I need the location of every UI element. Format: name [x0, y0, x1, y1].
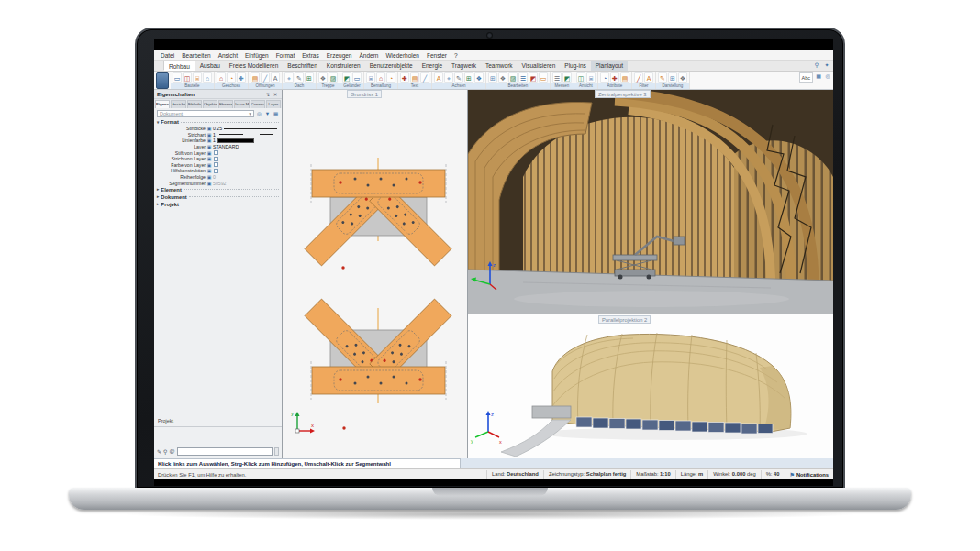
toolbar-icon[interactable]: ╱ — [261, 72, 270, 83]
toolbar-icon[interactable]: ❖ — [678, 72, 687, 83]
ribbon-tab-visualisieren[interactable]: Visualisieren — [518, 61, 561, 71]
close-panel-icon[interactable]: ✕ — [272, 91, 279, 98]
grid-view-icon[interactable]: ▦ — [273, 111, 279, 116]
status-field-zeichnungstyp[interactable]: Zeichnungstyp: Schalplan fertig — [543, 470, 630, 479]
panel-tab-issuema[interactable]: Issue Ma... — [234, 100, 249, 108]
panel-tab-objekte[interactable]: Objekte — [203, 100, 217, 108]
viewport-perspective-label[interactable]: Zentralperspektive 3 — [595, 90, 651, 98]
status-field-mastab[interactable]: Maßstab: 1:10 — [630, 470, 674, 479]
menu-item-datei[interactable]: Datei — [157, 52, 178, 59]
notifications-button[interactable]: ⚑ Notifications — [785, 471, 834, 478]
toolbar-icon[interactable]: ✎ — [454, 72, 463, 83]
section-dokument[interactable]: ▸Dokument — [154, 193, 282, 201]
toolbar-icon[interactable]: ◔ — [600, 72, 609, 83]
property-checkbox[interactable] — [214, 150, 218, 155]
toolbar-icon[interactable]: ▭ — [539, 72, 548, 83]
toolbar-icon[interactable]: ▭ — [173, 72, 182, 83]
toolbar-icon[interactable]: A — [271, 72, 280, 83]
stray-marker-2[interactable] — [342, 426, 345, 429]
toolbar-icon[interactable]: ❖ — [318, 72, 328, 83]
toolbar-icon[interactable]: ⌸ — [586, 72, 596, 83]
filter-icon[interactable]: ▼ — [264, 111, 271, 116]
ribbon-tab-teamwork[interactable]: Teamwork — [481, 61, 518, 71]
viewport-perspective[interactable]: Zentralperspektive 3 — [468, 90, 833, 314]
panel-tab-layer[interactable]: Layer — [266, 100, 281, 108]
viewport-plan[interactable]: Grundriss 1 — [283, 90, 468, 458]
menu-item-wiederholen[interactable]: Wiederholen — [382, 52, 423, 59]
pin-icon[interactable]: ✦ — [823, 61, 830, 69]
toolbar-icon[interactable]: ☰ — [552, 72, 562, 83]
property-value[interactable]: 1 — [213, 132, 216, 138]
panel-tab-ebenen[interactable]: Ebenen — [218, 100, 233, 108]
toolbar-icon[interactable]: ✎ — [295, 72, 304, 83]
menu-item-[interactable]: ? — [451, 52, 462, 59]
toolbar-icon[interactable]: ❖ — [498, 72, 507, 83]
color-swatch[interactable] — [217, 138, 254, 143]
toolbar-icon[interactable]: ⌖ — [444, 72, 453, 83]
toolbar-icon[interactable]: ✚ — [400, 72, 409, 83]
toolbar-icon[interactable]: ☰ — [518, 72, 528, 83]
stamp-icon[interactable]: ⚲ — [163, 448, 167, 455]
toolbar-icon[interactable]: A — [644, 72, 653, 83]
at-icon[interactable]: @ — [169, 448, 174, 454]
menu-item-einfgen[interactable]: Einfügen — [241, 52, 273, 59]
toolbar-icon[interactable]: ⌸ — [366, 72, 375, 83]
toolbar-icon[interactable]: ▨ — [329, 72, 338, 83]
property-value[interactable]: 50592 — [213, 181, 226, 186]
toolbar-icon[interactable]: ╱ — [634, 72, 643, 83]
toolbar-icon[interactable]: ⊞ — [464, 72, 473, 83]
panel-tab-connect[interactable]: Connect — [251, 100, 265, 108]
toolbar-icon[interactable]: ▭ — [352, 72, 362, 83]
toolbar-icon[interactable]: ⊞ — [305, 72, 314, 83]
toolbar-icon[interactable]: ✎ — [658, 72, 667, 83]
panel-tab-bibliothek[interactable]: Bibliothek — [187, 100, 202, 108]
ribbon-tab-planlayout[interactable]: Planlayout — [591, 61, 628, 71]
toolbar-icon[interactable]: ◔ — [227, 72, 236, 83]
property-checkbox[interactable] — [214, 162, 218, 167]
panel-tab-eigensch[interactable]: Eigensch... — [155, 100, 170, 108]
property-value[interactable]: 1 — [213, 138, 216, 143]
property-value[interactable]: STANDARD — [213, 144, 239, 149]
grid-icon[interactable]: ▦ — [815, 72, 822, 80]
command-spinner[interactable] — [274, 447, 279, 456]
toolbar-icon[interactable]: ⌂ — [376, 72, 385, 83]
ribbon-tab-konstruieren[interactable]: Konstruieren — [322, 61, 365, 71]
viewport-plan-label[interactable]: Grundriss 1 — [347, 90, 382, 98]
abc-style-button[interactable]: Abc — [799, 72, 813, 83]
menu-item-extras[interactable]: Extras — [298, 52, 322, 59]
ribbon-tab-benutzerobjekte[interactable]: Benutzerobjekte — [365, 61, 418, 71]
search-properties-icon[interactable]: ◎ — [256, 111, 262, 116]
section-projekt[interactable]: ▸Projekt — [154, 201, 282, 208]
ribbon-tab-plugins[interactable]: Plug-ins — [560, 61, 590, 71]
toolbar-icon[interactable]: ▤ — [620, 72, 629, 83]
menu-item-bearbeiten[interactable]: Bearbeiten — [178, 52, 214, 59]
pin-panel-icon[interactable]: ↯ — [264, 91, 272, 98]
viewport-parallel[interactable]: Parallelprojektion 2 — [468, 314, 833, 458]
status-field-[interactable]: %: 40 — [761, 470, 785, 479]
ribbon-tab-tragwerk[interactable]: Tragwerk — [447, 61, 481, 71]
stray-marker[interactable] — [341, 266, 344, 269]
property-value[interactable]: 0.25 — [213, 126, 222, 131]
toolbar-icon[interactable]: ◫ — [576, 72, 585, 83]
status-field-land[interactable]: Land: Deutschland — [486, 470, 543, 479]
property-value[interactable]: 0 — [213, 174, 216, 180]
toolbar-icon[interactable]: ⌸ — [193, 72, 202, 83]
menu-item-fenster[interactable]: Fenster — [423, 52, 451, 59]
toolbar-icon[interactable]: ▤ — [410, 72, 419, 83]
menu-item-format[interactable]: Format — [273, 52, 299, 59]
toolbar-icon[interactable]: ◩ — [342, 72, 351, 83]
toolbar-icon[interactable]: ✚ — [237, 72, 246, 83]
toolbar-icon[interactable]: A — [434, 72, 443, 83]
command-input[interactable] — [177, 447, 273, 456]
menu-item-ansicht[interactable]: Ansicht — [215, 52, 241, 59]
status-field-lnge[interactable]: Länge: m — [675, 470, 708, 479]
viewport-parallel-label[interactable]: Parallelprojektion 2 — [598, 315, 651, 324]
status-field-winkel[interactable]: Winkel: 0.000 deg — [707, 470, 760, 479]
app-logo-icon[interactable] — [156, 72, 169, 89]
format-section-header[interactable]: ▾ Format — [154, 118, 282, 126]
menu-item-erzeugen[interactable]: Erzeugen — [323, 52, 356, 59]
ribbon-tab-ausbau[interactable]: Ausbau — [195, 61, 225, 71]
menu-item-ndern[interactable]: Ändern — [355, 52, 382, 59]
toolbar-icon[interactable]: ╱ — [420, 72, 429, 83]
toolbar-icon[interactable]: ⌂ — [217, 72, 226, 83]
